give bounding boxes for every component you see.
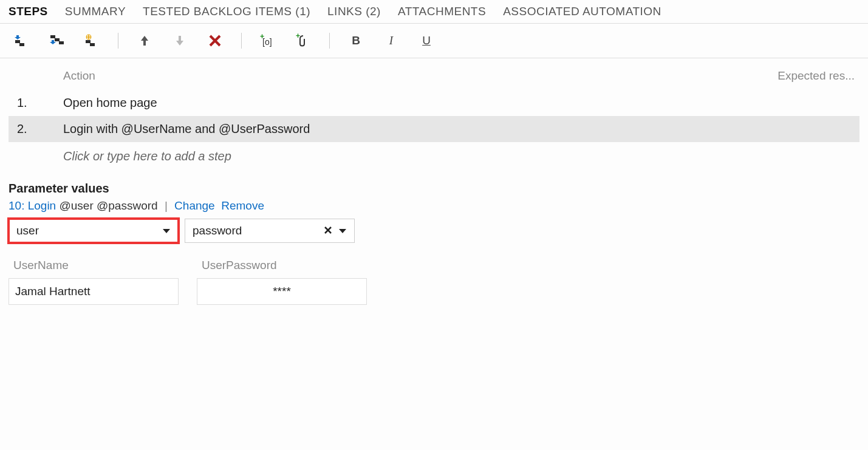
chevron-down-icon (162, 224, 171, 237)
password-cell[interactable]: **** (197, 278, 367, 305)
column-header-expected: Expected res... (777, 69, 855, 83)
step-number: 1. (17, 96, 63, 110)
clear-icon[interactable] (324, 224, 332, 237)
parameter-column-password: UserPassword **** (197, 255, 367, 305)
column-header-username: UserName (9, 255, 179, 278)
column-header-action: Action (63, 69, 95, 83)
toolbar-separator (118, 33, 118, 49)
tab-attachments[interactable]: ATTACHMENTS (398, 5, 486, 18)
parameter-table: UserName Jamal Hartnett UserPassword ***… (9, 255, 859, 305)
steps-insert-before-icon (14, 34, 29, 47)
arrow-down-icon (174, 35, 186, 47)
user-mapping-dropdown[interactable]: user (9, 219, 179, 243)
svg-rect-3 (55, 38, 60, 41)
bold-button[interactable]: B (347, 32, 365, 49)
delete-step-button[interactable] (206, 32, 224, 49)
svg-rect-6 (90, 43, 95, 46)
password-mapping-dropdown[interactable]: password (185, 219, 355, 243)
tab-associated-automation[interactable]: ASSOCIATED AUTOMATION (503, 5, 661, 18)
arrow-up-icon (138, 35, 151, 47)
shared-parameter-link[interactable]: 10: Login (9, 199, 56, 212)
parameter-values-title: Parameter values (9, 182, 859, 196)
username-cell[interactable]: Jamal Hartnett (9, 278, 179, 305)
parameter-mapping-dropdowns: user password (9, 219, 859, 243)
tab-steps[interactable]: STEPS (9, 5, 48, 18)
steps-area: Action Expected res... 1. Open home page… (0, 58, 868, 177)
change-link[interactable]: Change (174, 199, 215, 212)
tab-links[interactable]: LINKS (2) (327, 5, 381, 18)
toolbar: + [o] + B I U (0, 24, 868, 58)
add-step-placeholder[interactable]: Click or type here to add a step (9, 142, 859, 169)
step-row[interactable]: 1. Open home page (9, 90, 859, 116)
column-header-password: UserPassword (197, 255, 367, 278)
steps-header: Action Expected res... (9, 69, 859, 90)
insert-step-after-button[interactable] (47, 32, 66, 49)
add-attachment-button[interactable]: + (294, 32, 312, 49)
dropdown-value: user (16, 224, 39, 237)
step-action-text[interactable]: Open home page (63, 96, 855, 110)
attachment-icon: + (296, 33, 310, 48)
delete-x-icon (208, 34, 222, 47)
step-row[interactable]: 2. Login with @UserName and @UserPasswor… (9, 116, 859, 142)
dropdown-value: password (193, 224, 242, 237)
move-down-button[interactable] (171, 32, 189, 49)
move-up-button[interactable] (135, 32, 154, 49)
parameter-column-username: UserName Jamal Hartnett (9, 255, 179, 305)
separator-pipe: | (165, 199, 168, 212)
parameter-link-row: 10: Login @user @password | Change Remov… (9, 199, 859, 213)
step-action-text[interactable]: Login with @UserName and @UserPassword (63, 122, 855, 136)
add-parameter-button[interactable]: + [o] (259, 32, 277, 49)
step-number: 2. (17, 122, 63, 136)
svg-rect-1 (19, 43, 24, 46)
svg-text:+: + (296, 33, 300, 40)
underline-button[interactable]: U (417, 32, 436, 49)
steps-insert-after-icon (49, 34, 64, 47)
tab-backlog-items[interactable]: TESTED BACKLOG ITEMS (1) (143, 5, 310, 18)
steps-new-icon (84, 34, 99, 47)
svg-text:[o]: [o] (262, 37, 272, 47)
svg-rect-4 (59, 41, 64, 44)
svg-rect-2 (50, 35, 55, 38)
insert-step-before-button[interactable] (12, 32, 30, 49)
chevron-down-icon (338, 224, 347, 237)
parameter-values-section: Parameter values 10: Login @user @passwo… (0, 177, 868, 313)
shared-parameter-suffix: @user @password (56, 199, 157, 212)
toolbar-separator (241, 33, 242, 49)
tab-bar: STEPS SUMMARY TESTED BACKLOG ITEMS (1) L… (0, 0, 868, 24)
svg-rect-0 (15, 40, 20, 43)
remove-link[interactable]: Remove (221, 199, 264, 212)
tab-summary[interactable]: SUMMARY (65, 5, 126, 18)
parameter-icon: + [o] (260, 34, 276, 47)
svg-rect-5 (86, 40, 91, 43)
new-shared-step-button[interactable] (83, 32, 101, 49)
toolbar-separator (329, 33, 330, 49)
italic-button[interactable]: I (382, 32, 400, 49)
